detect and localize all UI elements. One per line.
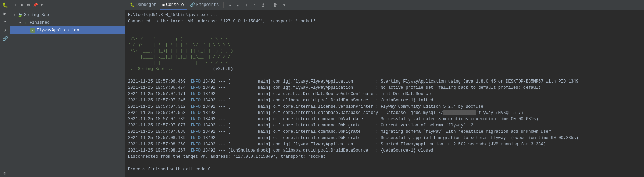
profile-icon[interactable]: ⚡ xyxy=(1,26,9,34)
log-line-5: 2021-11-25 10:57:07.312 INFO 13492 --- [… xyxy=(128,103,641,110)
sidebar: ↺ ■ ⊞ 📌 ⊟ ▾ 🍃 Spring Boot ▾ ✔ Finished ▶… xyxy=(10,0,125,177)
log-line-4: 2021-11-25 10:57:07.245 INFO 13492 --- [… xyxy=(128,97,641,103)
rerun-icon[interactable]: ↺ xyxy=(12,2,17,8)
log-line-3: 2021-11-25 10:57:07.171 INFO 13492 --- [… xyxy=(128,91,641,97)
finished-label: Finished xyxy=(30,20,50,25)
spring-boot-label: Spring Boot xyxy=(24,13,51,17)
console-tab-icon: ▣ xyxy=(163,2,165,7)
attach-icon[interactable]: 🔗 xyxy=(1,35,9,43)
main-area: 🐛 Debugger ▣ Console 🔗 Endpoints ⇔ ↵ ↓ ↑… xyxy=(125,0,644,177)
scroll-end-button[interactable]: ↓ xyxy=(243,1,250,9)
finished-icon: ✔ xyxy=(23,20,28,25)
left-vertical-toolbar: 🐛 ▶ ☂ ⚡ 🔗 ⚙ xyxy=(0,0,10,177)
console-connect-line: Connected to the target VM, address: '12… xyxy=(128,18,641,24)
clear-button[interactable]: 🗑 xyxy=(271,1,279,9)
toolbar-separator-1 xyxy=(223,2,224,8)
console-blank-3 xyxy=(128,160,641,166)
tab-endpoints-label: Endpoints xyxy=(196,2,219,7)
console-blank-1 xyxy=(128,24,641,31)
toolbar-separator-2 xyxy=(269,2,269,8)
log-line-2: 2021-11-25 10:57:06.474 INFO 13492 --- [… xyxy=(128,85,641,91)
console-spring-version: :: Spring Boot :: (v2.6.0) xyxy=(128,66,641,72)
tab-console[interactable]: ▣ Console xyxy=(160,1,187,10)
wrap-button[interactable]: ⇔ xyxy=(226,1,234,9)
tab-console-label: Console xyxy=(166,2,184,7)
tree-item-flyway-app[interactable]: ▶ F FlywayApplication xyxy=(10,26,125,34)
log-line-10: 2021-11-25 10:57:08.139 INFO 13492 --- [… xyxy=(128,135,641,141)
coverage-icon[interactable]: ☂ xyxy=(1,18,9,26)
filter-icon[interactable]: ⊟ xyxy=(40,2,45,8)
soft-wrap-button[interactable]: ↵ xyxy=(234,1,242,9)
flyway-app-icon: F xyxy=(30,28,35,33)
console-output: E:\tool\jdk1.8.0_45\bin\java.exe ... Con… xyxy=(125,10,644,177)
top-toolbar: 🐛 Debugger ▣ Console 🔗 Endpoints ⇔ ↵ ↓ ↑… xyxy=(125,0,644,10)
sidebar-tree: ▾ 🍃 Spring Boot ▾ ✔ Finished ▶ F FlywayA… xyxy=(10,10,125,177)
run-icon[interactable]: ▶ xyxy=(1,10,9,17)
log-line-8: 2021-11-25 10:57:07.877 INFO 13492 --- [… xyxy=(128,122,641,129)
settings-left-icon[interactable]: ⚙ xyxy=(1,169,9,177)
tree-item-finished[interactable]: ▾ ✔ Finished xyxy=(10,19,125,26)
scroll-top-button[interactable]: ↑ xyxy=(251,1,259,9)
tab-debugger[interactable]: 🐛 Debugger xyxy=(127,1,159,10)
stop-icon[interactable]: ■ xyxy=(19,2,24,8)
expand-icon[interactable]: ⊞ xyxy=(26,2,31,8)
console-disconnect-line: Disconnected from the target VM, address… xyxy=(128,154,641,160)
console-cmd-line: E:\tool\jdk1.8.0_45\bin\java.exe ... xyxy=(128,12,641,18)
tab-endpoints[interactable]: 🔗 Endpoints xyxy=(187,1,222,10)
log-line-11: 2021-11-25 10:57:08.260 INFO 13492 --- [… xyxy=(128,141,641,147)
flyway-app-label: FlywayApplication xyxy=(36,28,79,33)
tree-item-spring-boot[interactable]: ▾ 🍃 Spring Boot xyxy=(10,11,125,19)
tab-debugger-label: Debugger xyxy=(136,2,156,7)
log-line-9: 2021-11-25 10:57:07.888 INFO 13492 --- [… xyxy=(128,129,641,135)
spring-boot-arrow: ▾ xyxy=(12,12,17,18)
console-exit-line: Process finished with exit code 0 xyxy=(128,166,641,172)
endpoints-tab-icon: 🔗 xyxy=(190,2,195,7)
finished-arrow: ▾ xyxy=(17,20,23,25)
pin-icon[interactable]: 📌 xyxy=(33,2,38,8)
print-button[interactable]: 🖨 xyxy=(259,1,267,9)
debug-icon[interactable]: 🐛 xyxy=(1,1,9,9)
log-line-7: 2021-11-25 10:57:07.739 INFO 13492 --- [… xyxy=(128,116,641,122)
spring-boot-icon: 🍃 xyxy=(17,12,23,18)
console-ascii-art: . ____ _ __ _ _ /\\ / ___'_ __ _ _(_)_ _… xyxy=(128,31,641,66)
debugger-tab-icon: 🐛 xyxy=(130,2,135,7)
log-line-1: 2021-11-25 10:57:06.469 INFO 13492 --- [… xyxy=(128,78,641,85)
console-settings-button[interactable]: ⚙ xyxy=(280,1,287,9)
console-blank-2 xyxy=(128,72,641,78)
log-line-12: 2021-11-25 10:57:08.267 INFO 13492 --- [… xyxy=(128,147,641,154)
log-line-6: 2021-11-25 10:57:07.558 INFO 13492 --- [… xyxy=(128,110,641,116)
sidebar-toolbar: ↺ ■ ⊞ 📌 ⊟ xyxy=(10,0,125,10)
